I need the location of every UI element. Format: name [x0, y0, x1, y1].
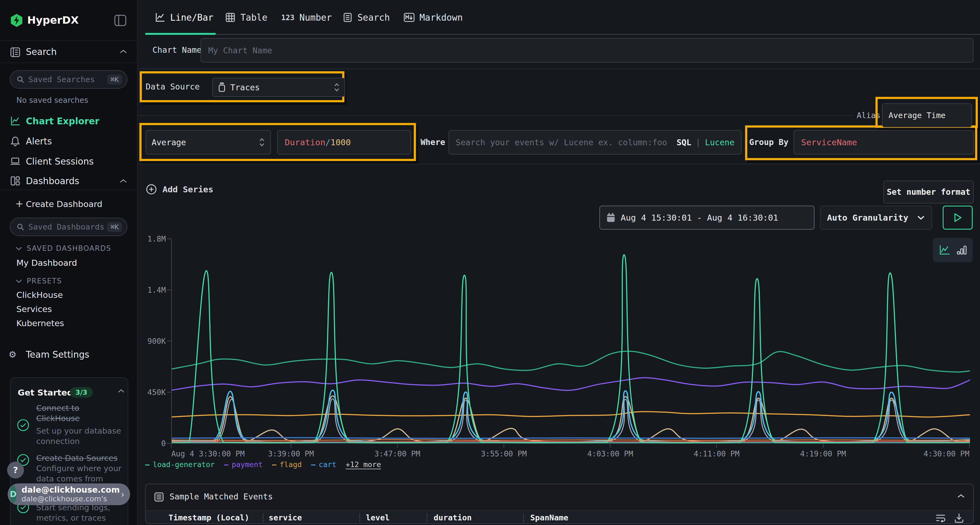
- sidebar-section-search[interactable]: Search: [0, 41, 137, 63]
- column-level[interactable]: level: [366, 513, 390, 522]
- saved-dashboards-group[interactable]: SAVED DASHBOARDS: [15, 244, 111, 252]
- series-load-generator: [172, 255, 970, 443]
- get-started-item-subtitle: Configure where your data comes from: [36, 463, 123, 484]
- saved-dashboards-input[interactable]: Saved Dashboards ⌘K: [10, 217, 127, 236]
- divider: [137, 164, 980, 164]
- set-number-format-button[interactable]: Set number format: [883, 181, 974, 203]
- alerts-label: Alerts: [26, 136, 52, 147]
- sidebar-item-clickhouse[interactable]: ClickHouse: [16, 290, 63, 300]
- number-123-icon: 123: [281, 13, 294, 22]
- run-query-button[interactable]: [943, 206, 973, 230]
- alias-input[interactable]: [882, 103, 972, 127]
- add-series-button[interactable]: Add Series: [146, 179, 213, 199]
- aggregation-value: Average: [152, 138, 259, 147]
- sidebar-item-services[interactable]: Services: [16, 304, 52, 314]
- tab-search[interactable]: Search: [343, 0, 390, 35]
- tab-markdown[interactable]: Markdown: [404, 0, 463, 35]
- column-separator[interactable]: [360, 514, 360, 522]
- legend-label: flagd: [280, 460, 302, 469]
- group-by-input[interactable]: ServiceName: [794, 130, 974, 154]
- chevron-right-icon: ›: [120, 489, 125, 500]
- granularity-select[interactable]: Auto Granularity: [820, 206, 932, 230]
- help-button[interactable]: ?: [7, 462, 24, 479]
- expression-operator: /: [325, 137, 331, 147]
- query-language-toggle[interactable]: SQL | Lucene: [676, 138, 735, 147]
- legend-label: cart: [319, 460, 336, 469]
- expression-field: Duration: [285, 137, 325, 147]
- sidebar-item-dashboards[interactable]: Dashboards: [0, 172, 137, 190]
- column-separator[interactable]: [263, 514, 264, 522]
- plus-icon: +: [15, 198, 24, 209]
- play-icon: [953, 213, 962, 223]
- chevron-up-icon[interactable]: [117, 389, 125, 393]
- saved-searches-input[interactable]: Saved Searches ⌘K: [10, 70, 127, 89]
- check-circle-icon: [17, 419, 30, 432]
- tab-table[interactable]: Table: [225, 0, 267, 35]
- tab-line-bar[interactable]: Line/Bar: [155, 0, 213, 35]
- where-search-field[interactable]: [456, 138, 676, 147]
- series-payment: [172, 377, 970, 390]
- where-search-input[interactable]: SQL | Lucene: [449, 130, 741, 154]
- wrap-text-icon[interactable]: [935, 512, 946, 523]
- column-spanname[interactable]: SpanName: [530, 513, 568, 522]
- expression-number: 1000: [331, 137, 351, 147]
- sidebar-item-alerts[interactable]: Alerts: [0, 132, 137, 150]
- column-timestamp[interactable]: Timestamp (Local): [169, 513, 249, 522]
- sidebar-item-my-dashboard[interactable]: My Dashboard: [16, 258, 77, 268]
- lucene-toggle[interactable]: Lucene: [705, 138, 735, 147]
- saved-searches-placeholder: Saved Searches: [28, 75, 107, 84]
- presets-group[interactable]: PRESETS: [15, 277, 62, 285]
- time-series-chart[interactable]: [172, 239, 970, 443]
- events-title-row[interactable]: Sample Matched Events: [146, 484, 973, 510]
- legend-item-payment[interactable]: — payment: [224, 460, 263, 469]
- x-tick-label: 4:11:00 PM: [694, 449, 740, 458]
- search-section-icon: [10, 47, 21, 58]
- chart-name-input[interactable]: [200, 38, 974, 63]
- shortcut-badge: ⌘K: [107, 75, 122, 85]
- chevron-up-icon[interactable]: [957, 493, 965, 499]
- column-separator[interactable]: [523, 514, 524, 522]
- sidebar-item-chart-explorer[interactable]: Chart Explorer: [0, 112, 137, 130]
- sidebar-item-team-settings[interactable]: ⚙ Team Settings: [0, 346, 137, 363]
- sidebar-item-kubernetes[interactable]: Kubernetes: [16, 318, 64, 328]
- x-tick-label: 3:55:00 PM: [481, 449, 527, 458]
- column-duration[interactable]: duration: [434, 513, 472, 522]
- get-started-item-subtitle: Start sending logs, metrics, or traces: [36, 503, 123, 523]
- column-service[interactable]: service: [269, 513, 302, 522]
- collapse-sidebar-icon[interactable]: [115, 15, 126, 26]
- tab-label: Number: [299, 12, 332, 23]
- tab-number[interactable]: 123 Number: [281, 0, 332, 35]
- laptop-icon: [10, 156, 21, 167]
- tab-label: Table: [240, 12, 267, 23]
- chevron-up-down-icon: [334, 83, 340, 92]
- x-tick-label: 4:19:00 PM: [800, 449, 846, 458]
- x-tick-label: 4:30:00 PM: [923, 449, 969, 458]
- avatar: D: [10, 485, 17, 503]
- legend-item-load-generator[interactable]: — load-generator: [145, 460, 215, 469]
- chevron-down-icon: [917, 215, 925, 220]
- sidebar-item-client-sessions[interactable]: Client Sessions: [0, 152, 137, 170]
- chevron-up-icon: [119, 49, 127, 54]
- legend-item-flagd[interactable]: — flagd: [272, 460, 302, 469]
- data-source-select[interactable]: Traces: [212, 78, 345, 97]
- download-icon[interactable]: [954, 512, 964, 523]
- time-range-picker[interactable]: Aug 4 15:30:01 - Aug 4 16:30:01: [600, 206, 815, 230]
- legend-more-link[interactable]: +12 more: [346, 460, 381, 469]
- granularity-value: Auto Granularity: [827, 213, 917, 222]
- chart-name-label: Chart Name: [153, 37, 202, 63]
- legend-item-cart[interactable]: — cart: [311, 460, 336, 469]
- chevron-down-icon: [15, 279, 22, 284]
- document-list-icon: [343, 13, 353, 22]
- chevron-up-icon: [119, 178, 127, 184]
- user-menu[interactable]: D dale@clickhouse.com dale@clickhouse.co…: [8, 484, 130, 505]
- time-range-value: Aug 4 15:30:01 - Aug 4 16:30:01: [620, 213, 778, 222]
- sql-toggle[interactable]: SQL: [676, 138, 691, 147]
- column-separator[interactable]: [426, 514, 427, 522]
- field-expression-input[interactable]: Duration / 1000: [277, 130, 411, 154]
- plus-circle-icon: [146, 184, 157, 195]
- aggregation-select[interactable]: Average: [146, 130, 271, 154]
- y-tick-label: 1.8M: [137, 235, 166, 243]
- markdown-icon: [404, 13, 415, 22]
- create-dashboard-button[interactable]: + Create Dashboard: [0, 197, 137, 213]
- x-tick-label: 3:39:00 PM: [268, 449, 314, 458]
